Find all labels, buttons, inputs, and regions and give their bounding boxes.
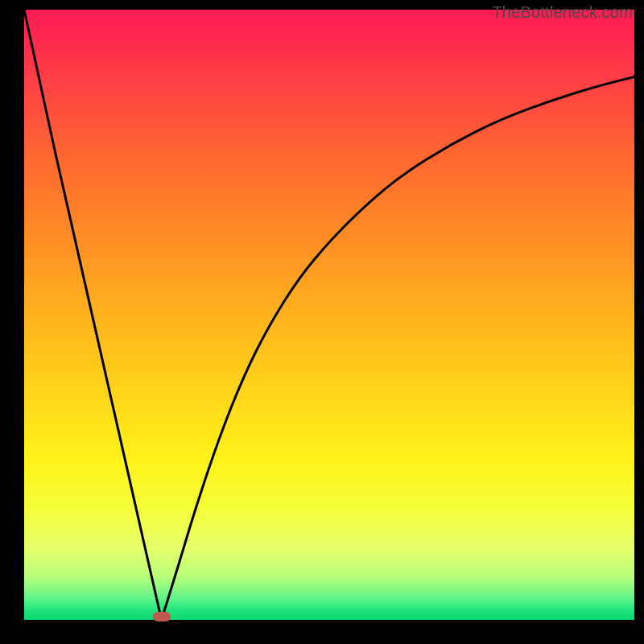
minimum-marker bbox=[153, 612, 171, 621]
plot-area bbox=[24, 10, 634, 620]
curve-path bbox=[24, 10, 634, 620]
chart-container: TheBottleneck.com bbox=[0, 0, 644, 644]
bottleneck-curve bbox=[24, 10, 634, 620]
